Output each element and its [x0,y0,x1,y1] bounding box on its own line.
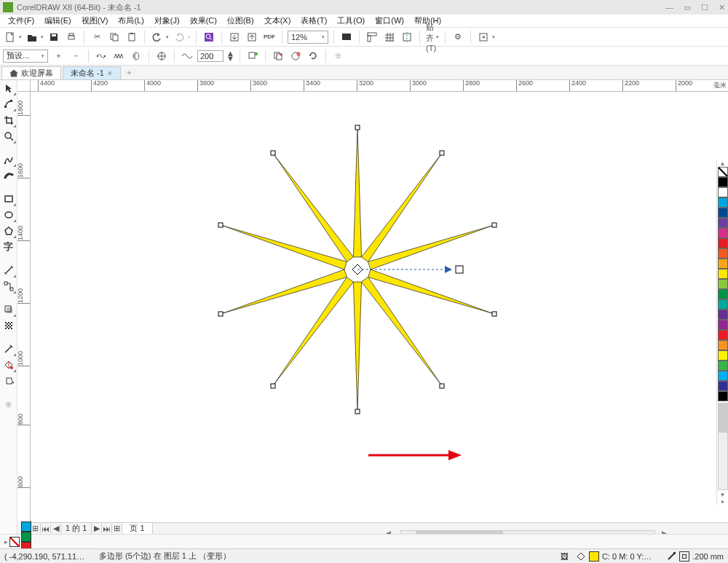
add-page-end-button[interactable]: ⊞ [112,524,122,533]
page-tab[interactable]: 页 1 [122,523,152,534]
refresh-button[interactable] [306,49,320,63]
export-button[interactable] [245,30,259,44]
open-dropdown-icon[interactable]: ▾ [41,34,44,40]
palette-scrollbar[interactable] [718,403,728,490]
center-distortion-button[interactable] [154,49,169,63]
new-dropdown-icon[interactable]: ▾ [19,34,22,40]
menu-edit[interactable]: 编辑(E) [39,15,76,26]
menu-layout[interactable]: 布局(L) [113,15,149,26]
rectangle-tool[interactable] [2,192,15,205]
remove-preset-button[interactable]: － [68,49,83,63]
color-swatch[interactable] [718,361,728,371]
clear-distortion-button[interactable] [288,49,303,63]
new-button[interactable] [3,30,17,44]
parallel-dimension-tool[interactable] [2,264,15,277]
menu-text[interactable]: 文本(X) [259,15,296,26]
star-object[interactable] [205,117,510,422]
color-swatch[interactable] [718,238,728,248]
text-tool[interactable]: 字 [2,240,15,253]
import-button[interactable] [227,30,242,44]
artistic-media-tool[interactable] [2,169,15,182]
close-button[interactable]: ✕ [719,3,725,12]
launch-button[interactable] [476,30,491,44]
open-button[interactable] [25,30,39,44]
color-swatch[interactable] [718,350,728,361]
palette-menu-button[interactable]: ▸ [717,498,728,505]
color-swatch[interactable] [718,197,728,208]
smart-fill-tool[interactable] [2,374,15,387]
zipper-distort-button[interactable] [111,49,126,63]
color-swatch[interactable] [718,340,728,350]
next-page-button[interactable]: ▶ [92,524,102,533]
document-tab[interactable]: 未命名 -1 ✕ [63,66,121,79]
show-rulers-button[interactable] [365,30,379,44]
menu-tools[interactable]: 工具(O) [332,15,370,26]
transparency-tool[interactable] [2,319,15,332]
outline-swatch[interactable] [679,551,689,562]
palette-down-button[interactable]: ▼ [717,492,728,498]
amplitude-spinner[interactable]: ▲▼ [226,51,234,61]
zoom-tool[interactable] [2,130,15,143]
connector-tool[interactable] [2,280,15,293]
restore-button[interactable]: ▭ [684,3,691,12]
fullscreen-preview-button[interactable] [339,30,354,44]
prev-page-button[interactable]: ◀ [51,524,61,533]
color-swatch[interactable] [718,289,728,299]
show-guidelines-button[interactable] [400,30,414,44]
print-button[interactable] [64,30,79,44]
zoom-level-input[interactable]: 12%▾ [288,31,328,44]
freehand-tool[interactable] [2,153,15,166]
recent-color-swatch[interactable] [21,521,31,532]
color-swatch[interactable] [718,187,728,197]
fill-swatch[interactable] [589,551,599,562]
paste-button[interactable] [124,30,139,44]
add-button[interactable]: ⊕ [331,49,346,63]
copy-button[interactable] [107,30,122,44]
quick-customize-button[interactable]: ⊕ [2,398,15,411]
convert-curves-button[interactable] [245,49,260,63]
undo-dropdown-icon[interactable]: ▾ [166,34,169,40]
new-tab-button[interactable]: ＋ [122,65,137,79]
color-swatch[interactable] [718,299,728,310]
options-button[interactable]: ⚙ [451,30,465,44]
ellipse-tool[interactable] [2,208,15,221]
menu-file[interactable]: 文件(F) [3,15,39,26]
redo-button[interactable] [172,30,186,44]
drop-shadow-tool[interactable] [2,303,15,316]
menu-bitmap[interactable]: 位图(B) [222,15,259,26]
horizontal-ruler[interactable]: 毫米 4400420040003800360034003200300028002… [31,80,728,92]
color-swatch[interactable] [718,310,728,320]
colorbar-menu-icon[interactable]: ▸ [4,538,8,546]
twister-distort-button[interactable] [129,49,143,63]
copy-properties-button[interactable] [271,49,285,63]
search-content-button[interactable] [202,30,216,44]
color-swatch[interactable] [718,330,728,340]
save-button[interactable] [47,30,61,44]
first-page-button[interactable]: ⏮ [41,524,51,533]
color-swatch[interactable] [718,371,728,381]
maximize-button[interactable]: ☐ [701,3,708,12]
color-swatch[interactable] [718,259,728,269]
show-grid-button[interactable] [382,30,397,44]
interactive-fill-tool[interactable] [2,358,15,371]
color-proof-icon[interactable]: 🖼 [561,552,569,561]
color-swatch[interactable] [718,177,728,187]
polygon-tool[interactable] [2,224,15,237]
publish-pdf-button[interactable]: PDF [262,30,277,44]
color-swatch[interactable] [718,228,728,238]
palette-up-button[interactable]: ▲ [717,160,728,167]
color-swatch[interactable] [718,391,728,401]
minimize-button[interactable]: — [665,3,673,12]
add-page-button[interactable]: ⊞ [31,524,41,533]
vertical-ruler[interactable]: 18001600140012001000800600 [17,92,31,522]
close-tab-icon[interactable]: ✕ [107,70,113,77]
welcome-tab[interactable]: 欢迎屏幕 [1,66,61,79]
menu-window[interactable]: 窗口(W) [370,15,409,26]
crop-tool[interactable] [2,114,15,127]
recent-color-swatch[interactable] [21,532,31,542]
palette-thumb[interactable] [719,403,727,433]
color-swatch[interactable] [718,279,728,289]
add-preset-button[interactable]: ＋ [51,49,66,63]
color-swatch[interactable] [718,320,728,330]
color-swatch[interactable] [718,218,728,228]
